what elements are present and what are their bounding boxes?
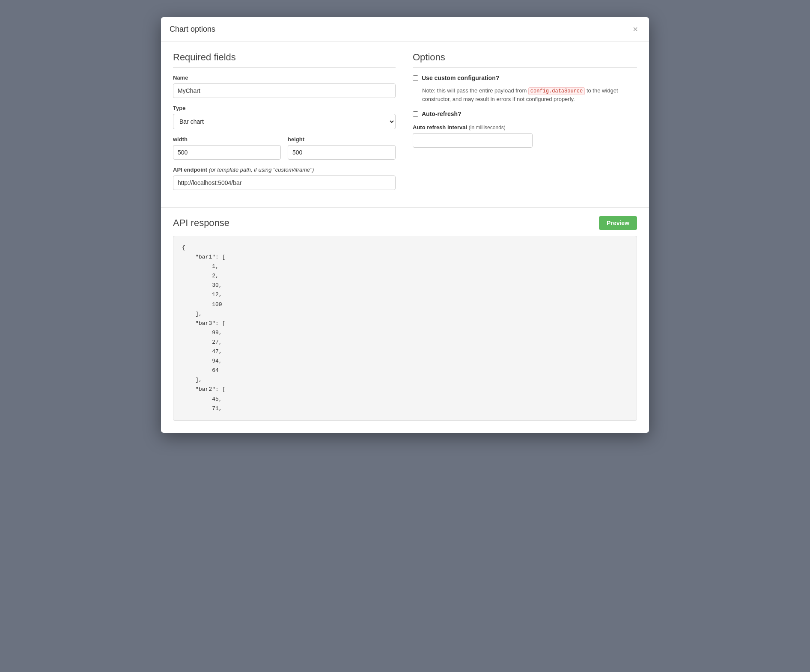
required-fields-section: Required fields Name Type Bar chart Line…: [173, 52, 396, 197]
auto-refresh-checkbox[interactable]: [413, 111, 418, 117]
height-label: height: [288, 136, 396, 143]
custom-config-note-before: Note: this will pass the entire payload …: [422, 87, 528, 94]
name-field-group: Name: [173, 74, 396, 98]
auto-refresh-group: Auto-refresh?: [413, 110, 637, 117]
name-label: Name: [173, 74, 396, 81]
name-input[interactable]: [173, 83, 396, 98]
custom-config-checkbox[interactable]: [413, 75, 418, 81]
custom-config-label[interactable]: Use custom configuration?: [422, 74, 499, 81]
refresh-interval-unit: (in milliseconds): [469, 125, 506, 131]
modal-title: Chart options: [170, 25, 215, 34]
width-label: width: [173, 136, 281, 143]
api-label-italic: (or template path, if using "custom/ifra…: [209, 167, 314, 173]
width-field-group: width: [173, 136, 281, 160]
json-response-box: { "bar1": [ 1, 2, 30, 12, 100 ], "bar3":…: [173, 236, 637, 421]
required-fields-title: Required fields: [173, 52, 396, 68]
type-field-group: Type Bar chart Line chart Pie chart Tabl…: [173, 105, 396, 129]
custom-config-row: Use custom configuration?: [413, 74, 637, 81]
api-response-title: API response: [173, 217, 229, 229]
dimensions-row: width height: [173, 136, 396, 167]
height-input[interactable]: [288, 145, 396, 160]
options-section: Options Use custom configuration? Note: …: [413, 52, 637, 197]
api-endpoint-label: API endpoint (or template path, if using…: [173, 167, 396, 173]
width-input[interactable]: [173, 145, 281, 160]
options-title: Options: [413, 52, 637, 68]
modal-body: Required fields Name Type Bar chart Line…: [161, 42, 649, 207]
type-label: Type: [173, 105, 396, 111]
modal-overlay: Chart options × Required fields Name Typ…: [161, 17, 649, 433]
api-endpoint-field-group: API endpoint (or template path, if using…: [173, 167, 396, 190]
custom-config-group: Use custom configuration? Note: this wil…: [413, 74, 637, 104]
auto-refresh-label[interactable]: Auto-refresh?: [422, 110, 462, 117]
two-column-layout: Required fields Name Type Bar chart Line…: [173, 52, 637, 197]
api-label-text: API endpoint: [173, 167, 207, 173]
height-field-group: height: [288, 136, 396, 160]
auto-refresh-row: Auto-refresh?: [413, 110, 637, 117]
modal-header: Chart options ×: [161, 17, 649, 42]
refresh-interval-text: Auto refresh interval: [413, 124, 467, 131]
close-button[interactable]: ×: [630, 24, 640, 34]
preview-button[interactable]: Preview: [599, 216, 637, 230]
type-select[interactable]: Bar chart Line chart Pie chart Table Sin…: [173, 114, 396, 129]
api-endpoint-input[interactable]: [173, 175, 396, 190]
api-response-section: API response Preview { "bar1": [ 1, 2, 3…: [161, 207, 649, 433]
custom-config-description: Note: this will pass the entire payload …: [422, 86, 637, 104]
chart-options-modal: Chart options × Required fields Name Typ…: [161, 17, 649, 433]
api-response-header: API response Preview: [173, 216, 637, 230]
refresh-interval-input[interactable]: [413, 133, 533, 148]
refresh-interval-label: Auto refresh interval (in milliseconds): [413, 124, 637, 131]
refresh-interval-group: Auto refresh interval (in milliseconds): [413, 124, 637, 148]
custom-config-code: config.dataSource: [528, 87, 585, 95]
